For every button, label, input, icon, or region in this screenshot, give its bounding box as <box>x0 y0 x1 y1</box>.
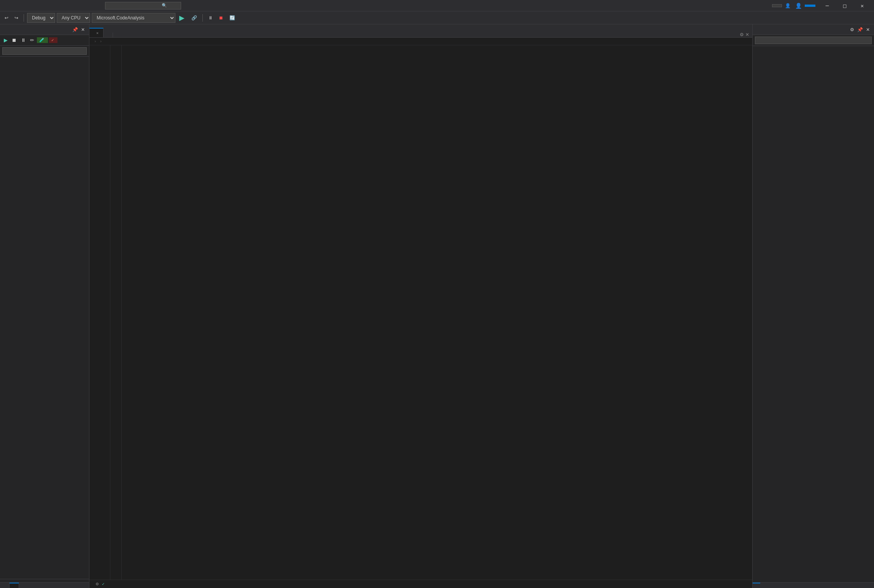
solution-pin-button[interactable]: 📌 <box>856 27 864 33</box>
global-search-input[interactable] <box>108 3 162 8</box>
lut-close-button[interactable]: ✕ <box>80 27 86 33</box>
line-numbers <box>89 45 110 580</box>
menu-help[interactable] <box>95 4 101 7</box>
lut-check-icon: ✓ <box>51 38 54 43</box>
test-search-box[interactable] <box>0 46 89 57</box>
editor-settings-button[interactable]: ⚙ <box>740 32 744 37</box>
menu-extensions[interactable] <box>81 4 88 7</box>
break-all-button[interactable]: ⏸ <box>206 14 215 22</box>
editor-tabs: ✕ ⚙ ✕ <box>89 24 752 38</box>
editor-area: ✕ ⚙ ✕ › › ⚙ ✓ <box>89 24 752 588</box>
test-tree <box>0 59 89 579</box>
issues-label: ✓ <box>102 582 105 586</box>
toolbar-separator-1 <box>24 14 24 22</box>
menu-git[interactable] <box>33 4 40 7</box>
toolbar: ↩ ↪ Debug Any CPU Microsoft.CodeAnalysis… <box>0 11 874 24</box>
global-search-box[interactable]: 🔍 <box>105 2 181 10</box>
right-panel-tabs <box>753 582 874 588</box>
menu-tools[interactable] <box>75 4 81 7</box>
main-button[interactable] <box>805 5 815 7</box>
menu-file[interactable] <box>13 4 19 7</box>
gutter-area <box>110 45 122 580</box>
editor-tab-add[interactable] <box>103 33 113 37</box>
solution-search-box[interactable] <box>753 35 874 46</box>
editor-main <box>89 45 752 580</box>
undo-button[interactable]: ↩ <box>2 14 11 22</box>
lut-pass-count: 🧪 <box>37 37 48 43</box>
solution-controls: ⚙ 📌 ✕ <box>849 27 871 33</box>
lut-source-info <box>0 579 89 582</box>
editor-close-all-button[interactable]: ✕ <box>745 32 749 37</box>
solution-tree <box>753 46 874 582</box>
right-panel: ⚙ 📌 ✕ <box>752 24 874 588</box>
lut-panel-controls: 📌 ✕ <box>71 27 86 33</box>
breadcrumb-sep-2: › <box>100 39 102 44</box>
run-icon: ▶ <box>179 14 185 22</box>
editor-tab-main[interactable]: ✕ <box>89 28 103 37</box>
menu-build[interactable] <box>47 4 53 7</box>
tab-git-changes[interactable] <box>760 583 768 588</box>
search-icon: 🔍 <box>162 3 167 8</box>
run-button[interactable]: ▶ <box>177 13 188 23</box>
restart-button[interactable]: 🔄 <box>227 14 237 22</box>
menu-right-area: 👤 👤 ─ □ ✕ <box>772 0 871 11</box>
editor-info-bar: ⚙ ✓ <box>89 580 752 588</box>
platform-dropdown[interactable]: Any CPU <box>57 13 90 23</box>
menu-debug[interactable] <box>54 4 60 7</box>
tab-live-unit-testing[interactable] <box>10 583 19 588</box>
solution-header: ⚙ 📌 ✕ <box>753 24 874 35</box>
menu-test[interactable] <box>61 4 67 7</box>
attach-debugger-button[interactable]: 🔗 <box>189 14 199 22</box>
lut-flask-icon: 🧪 <box>39 38 45 43</box>
user-avatar-icon: 👤 <box>795 3 802 9</box>
menu-edit[interactable] <box>20 4 26 7</box>
code-content[interactable] <box>122 45 752 580</box>
live-share-icon: 👤 <box>785 3 791 8</box>
lut-fail-count: ✓ <box>49 37 57 43</box>
tab-solution-explorer[interactable] <box>753 583 760 588</box>
maximize-button[interactable]: □ <box>836 0 853 11</box>
test-search-input[interactable] <box>2 47 87 55</box>
live-share-button[interactable]: 👤 <box>785 3 792 8</box>
left-panel: 📌 ✕ ▶ ⏹ ⏸ ✏ 🧪 ✓ <box>0 24 89 588</box>
lut-pause-button[interactable]: ⏸ <box>19 37 27 44</box>
lut-edit-button[interactable]: ✏ <box>29 37 36 44</box>
debug-config-dropdown[interactable]: Debug <box>27 13 55 23</box>
lut-pin-button[interactable]: 📌 <box>71 27 79 33</box>
tab-test-explorer[interactable] <box>0 583 10 588</box>
app-logo <box>3 2 11 10</box>
lut-panel-header: 📌 ✕ <box>0 24 89 35</box>
lut-play-button[interactable]: ▶ <box>2 37 9 44</box>
minimize-button[interactable]: ─ <box>818 0 836 11</box>
toolbar-separator-2 <box>202 14 203 22</box>
breadcrumb-sep-1: › <box>94 39 97 44</box>
lut-toolbar: ▶ ⏹ ⏸ ✏ 🧪 ✓ <box>0 35 89 46</box>
menu-view[interactable] <box>27 4 33 7</box>
compilers-button[interactable] <box>772 4 782 7</box>
editor-breadcrumb: › › <box>89 38 752 45</box>
redo-button[interactable]: ↪ <box>12 14 21 22</box>
zoom-button[interactable]: ⚙ <box>96 582 99 586</box>
solution-close-button[interactable]: ✕ <box>865 27 871 33</box>
solution-settings-button[interactable]: ⚙ <box>849 27 855 33</box>
menu-project[interactable] <box>40 4 46 7</box>
menu-window[interactable] <box>88 4 94 7</box>
editor-tab-close[interactable]: ✕ <box>96 31 99 35</box>
stop-button[interactable]: ⏹ <box>217 14 226 22</box>
menu-analyze[interactable] <box>68 4 74 7</box>
close-button[interactable]: ✕ <box>853 0 871 11</box>
main-layout: 📌 ✕ ▶ ⏹ ⏸ ✏ 🧪 ✓ <box>0 24 874 588</box>
startup-project-dropdown[interactable]: Microsoft.CodeAnalysis <box>92 13 175 23</box>
window-controls: ─ □ ✕ <box>818 0 871 11</box>
solution-search-input[interactable] <box>755 37 872 44</box>
menu-bar: 🔍 👤 👤 ─ □ ✕ <box>0 0 874 11</box>
lut-stop-button[interactable]: ⏹ <box>10 37 18 44</box>
lut-panel-tabs <box>0 582 89 588</box>
